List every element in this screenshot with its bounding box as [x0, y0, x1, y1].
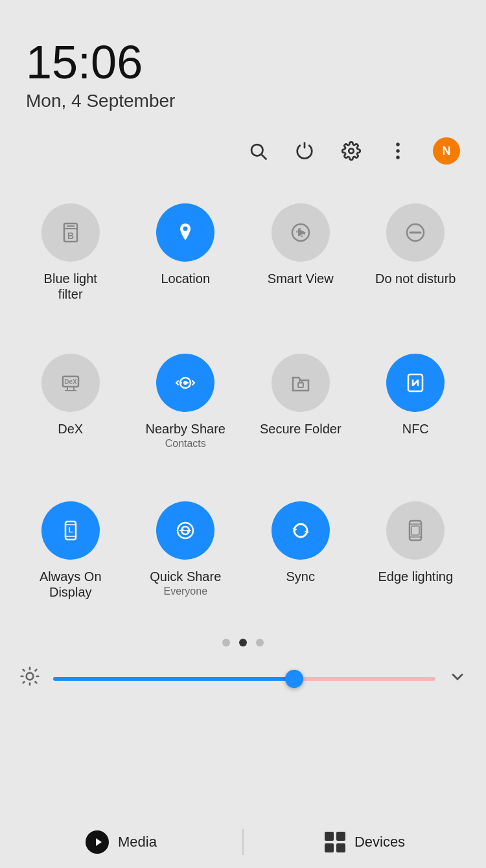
tile-do-not-disturb[interactable]: Do not disturb	[358, 190, 474, 315]
smart-view-label: Smart View	[268, 271, 334, 286]
quick-share-icon	[156, 501, 214, 560]
media-button[interactable]: Media	[0, 816, 242, 868]
devices-label: Devices	[354, 834, 405, 851]
clock-date: Mon, 4 September	[26, 91, 460, 111]
dot-3[interactable]	[256, 639, 264, 646]
nfc-icon	[386, 354, 445, 412]
avatar[interactable]: N	[433, 137, 460, 165]
tile-location[interactable]: Location	[128, 190, 244, 315]
search-icon[interactable]	[246, 139, 270, 163]
svg-text:L: L	[68, 526, 73, 534]
quick-tiles-row1: B Blue lightfilter Location Smart View	[0, 177, 486, 328]
svg-marker-43	[96, 838, 102, 846]
edge-lighting-icon	[386, 501, 445, 560]
tile-edge-lighting[interactable]: Edge lighting	[358, 488, 474, 613]
dot-1[interactable]	[222, 639, 230, 646]
tile-secure-folder[interactable]: Secure Folder	[243, 341, 358, 463]
nfc-label: NFC	[402, 421, 429, 437]
svg-line-1	[262, 155, 266, 159]
always-on-display-label: Always On Display	[19, 569, 122, 600]
play-icon	[86, 830, 109, 854]
brightness-expand-icon[interactable]	[448, 668, 467, 690]
tile-nearby-share[interactable]: Nearby Share Contacts	[128, 341, 244, 463]
svg-point-5	[396, 155, 400, 159]
power-icon[interactable]	[293, 139, 316, 163]
svg-line-37	[23, 670, 25, 671]
dot-2[interactable]	[239, 639, 247, 646]
settings-icon[interactable]	[340, 139, 363, 163]
svg-rect-22	[298, 383, 303, 387]
clock-time: 15:06	[26, 39, 460, 86]
toolbar: N	[0, 124, 486, 177]
more-options-icon[interactable]	[386, 139, 410, 163]
brightness-slider[interactable]	[53, 677, 435, 681]
svg-rect-33	[411, 526, 419, 535]
svg-line-38	[35, 681, 36, 683]
location-icon	[156, 203, 214, 262]
tile-blue-light-filter[interactable]: B Blue lightfilter	[13, 190, 128, 315]
do-not-disturb-label: Do not disturb	[375, 271, 456, 286]
brightness-icon	[19, 666, 40, 691]
blue-light-filter-label: Blue lightfilter	[44, 271, 97, 302]
devices-icon	[325, 832, 345, 852]
quick-tiles-row3: L Always On Display Quick Share Everyone	[0, 475, 486, 626]
tile-quick-share[interactable]: Quick Share Everyone	[128, 488, 244, 613]
dex-icon: DeX	[41, 354, 100, 412]
pagination-dots	[0, 639, 486, 646]
svg-text:DeX: DeX	[64, 378, 77, 385]
svg-text:B: B	[67, 231, 74, 241]
media-label: Media	[118, 834, 157, 851]
top-section: 15:06 Mon, 4 September	[0, 0, 486, 124]
svg-line-41	[23, 681, 25, 683]
tile-always-on-display[interactable]: L Always On Display	[13, 488, 128, 613]
svg-point-3	[396, 143, 400, 146]
nearby-share-sublabel: Contacts	[165, 438, 206, 450]
tile-dex[interactable]: DeX DeX	[13, 341, 128, 463]
do-not-disturb-icon	[386, 203, 445, 262]
tile-nfc[interactable]: NFC	[358, 341, 474, 463]
sync-icon	[272, 501, 330, 560]
svg-point-21	[183, 381, 187, 385]
brightness-row	[0, 666, 486, 691]
svg-point-2	[349, 148, 354, 154]
sync-label: Sync	[286, 569, 315, 584]
svg-point-10	[183, 227, 188, 231]
edge-lighting-label: Edge lighting	[378, 569, 453, 584]
blue-light-filter-icon: B	[41, 203, 100, 262]
svg-line-42	[35, 670, 36, 671]
secure-folder-label: Secure Folder	[260, 421, 341, 437]
bottom-bar: Media Devices	[0, 816, 486, 868]
dex-label: DeX	[58, 421, 83, 437]
quick-share-sublabel: Everyone	[163, 586, 207, 597]
tile-sync[interactable]: Sync	[243, 488, 358, 613]
quick-share-label: Quick Share	[150, 569, 221, 584]
location-label: Location	[161, 271, 210, 286]
tile-smart-view[interactable]: Smart View	[243, 190, 358, 315]
always-on-display-icon: L	[41, 501, 100, 560]
svg-point-4	[396, 149, 400, 153]
devices-button[interactable]: Devices	[244, 816, 486, 868]
svg-point-34	[27, 673, 34, 680]
nearby-share-label: Nearby Share	[146, 421, 226, 437]
smart-view-icon	[272, 203, 330, 262]
nearby-share-icon	[156, 354, 214, 412]
secure-folder-icon	[272, 354, 330, 412]
quick-tiles-row2: DeX DeX Nearby Share Contacts	[0, 328, 486, 475]
brightness-thumb[interactable]	[285, 670, 303, 688]
